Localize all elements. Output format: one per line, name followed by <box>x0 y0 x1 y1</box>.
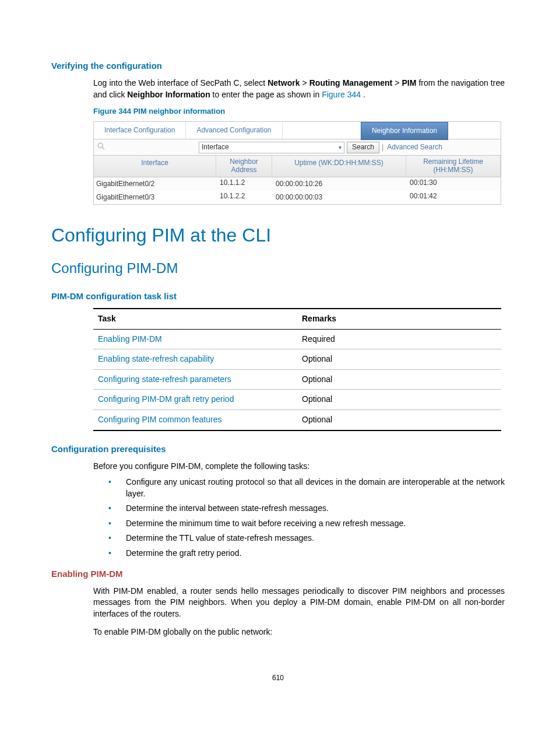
search-button[interactable]: Search <box>347 142 379 153</box>
th-remarks: Remarks <box>297 309 501 329</box>
task-remarks: Optional <box>297 369 501 390</box>
link-neighbor-info: Neighbor Information <box>127 90 210 99</box>
chevron-down-icon: ▾ <box>339 144 342 152</box>
tab-neighbor-info[interactable]: Neighbor Information <box>361 122 448 140</box>
table-row: Enabling PIM-DM Required <box>93 329 501 349</box>
cell-uptime: 00:00:00:10:26 <box>272 177 406 191</box>
cell-uptime: 00:00:00:00:03 <box>272 191 406 204</box>
prereq-intro: Before you configure PIM-DM, complete th… <box>93 461 505 473</box>
th-task: Task <box>93 309 297 329</box>
task-remarks: Optional <box>297 390 501 410</box>
task-link[interactable]: Configuring PIM-DM graft retry period <box>98 394 234 404</box>
list-item: Determine the TTL value of state-refresh… <box>105 533 505 544</box>
search-field-select[interactable]: Interface ▾ <box>199 142 344 153</box>
task-link[interactable]: Enabling state-refresh capability <box>98 354 214 363</box>
list-item: Configure any unicast routing protocol s… <box>105 477 505 499</box>
heading-task-list: PIM-DM configuration task list <box>51 290 505 302</box>
list-item: Determine the minimum time to wait befor… <box>105 518 505 530</box>
pipe: | <box>382 142 383 152</box>
cell-remaining: 00:01:30 <box>406 177 501 191</box>
breadcrumb-network: Network <box>268 78 300 88</box>
list-item: Determine the graft retry period. <box>105 548 505 559</box>
task-remarks: Required <box>297 329 501 349</box>
cell-neighbor: 10.1.1.2 <box>216 177 272 191</box>
heading-configuring-pim-cli: Configuring PIM at the CLI <box>51 222 505 249</box>
table-row: Configuring PIM-DM graft retry period Op… <box>93 390 501 410</box>
task-remarks: Optional <box>297 410 501 430</box>
text: to enter the page as shown in <box>213 90 322 99</box>
heading-verifying: Verifying the configuration <box>51 60 505 72</box>
svg-line-1 <box>102 148 104 150</box>
col-header-remaining[interactable]: Remaining Lifetime (HH:MM:SS) <box>406 156 501 177</box>
col-header-neighbor[interactable]: Neighbor Address <box>216 156 272 177</box>
heading-enabling-pim-dm: Enabling PIM-DM <box>51 568 505 580</box>
page-number: 610 <box>51 673 505 683</box>
breadcrumb-pim: PIM <box>402 78 417 88</box>
table-row: Configuring PIM common features Optional <box>93 410 501 430</box>
tab-interface-config[interactable]: Interface Configuration <box>94 122 186 139</box>
cell-interface: GigabitEthernet0/2 <box>94 177 216 191</box>
sep: > <box>302 78 309 88</box>
heading-configuring-pim-dm: Configuring PIM-DM <box>51 258 505 278</box>
search-icon <box>94 142 108 153</box>
list-item: Determine the interval between state-ref… <box>105 503 505 514</box>
svg-point-0 <box>98 143 103 148</box>
tab-bar: Interface Configuration Advanced Configu… <box>94 122 501 139</box>
screenshot-panel: Interface Configuration Advanced Configu… <box>93 121 501 204</box>
sep: > <box>395 78 402 88</box>
prereq-list: Configure any unicast routing protocol s… <box>105 477 505 559</box>
verify-paragraph: Log into the Web interface of SecPath C,… <box>93 78 505 100</box>
text: . <box>363 90 365 99</box>
heading-prerequisites: Configuration prerequisites <box>51 443 505 455</box>
figure-ref-link[interactable]: Figure 344 <box>322 90 361 99</box>
task-link[interactable]: Configuring state-refresh parameters <box>98 374 231 384</box>
task-table: Task Remarks Enabling PIM-DM Required En… <box>93 308 501 431</box>
text: Log into the Web interface of SecPath C,… <box>93 78 268 88</box>
cell-interface: GigabitEthernet0/3 <box>94 191 216 204</box>
select-value: Interface <box>202 142 229 152</box>
enable-paragraph-2: To enable PIM-DM globally on the public … <box>93 626 505 638</box>
advanced-search-link[interactable]: Advanced Search <box>387 142 442 152</box>
task-link[interactable]: Configuring PIM common features <box>98 415 221 424</box>
tab-advanced-config[interactable]: Advanced Configuration <box>186 122 282 139</box>
figure-caption: Figure 344 PIM neighbor information <box>93 106 505 117</box>
breadcrumb-routing: Routing Management <box>309 78 393 88</box>
col-header-interface[interactable]: Interface <box>94 156 216 177</box>
table-row: GigabitEthernet0/2 10.1.1.2 00:00:00:10:… <box>94 177 501 191</box>
table-row: Configuring state-refresh parameters Opt… <box>93 369 501 390</box>
enable-paragraph-1: With PIM-DM enabled, a router sends hell… <box>93 586 505 620</box>
col-header-uptime[interactable]: Uptime (WK:DD:HH:MM:SS) <box>272 156 406 177</box>
table-row: GigabitEthernet0/3 10.1.2.2 00:00:00:00:… <box>94 191 501 204</box>
task-link[interactable]: Enabling PIM-DM <box>98 334 162 344</box>
table-row: Enabling state-refresh capability Option… <box>93 349 501 370</box>
cell-remaining: 00:01:42 <box>406 191 501 204</box>
cell-neighbor: 10.1.2.2 <box>216 191 272 204</box>
grid-header: Interface Neighbor Address Uptime (WK:DD… <box>94 156 501 177</box>
task-remarks: Optional <box>297 349 501 370</box>
search-bar: Interface ▾ Search | Advanced Search <box>94 139 501 156</box>
